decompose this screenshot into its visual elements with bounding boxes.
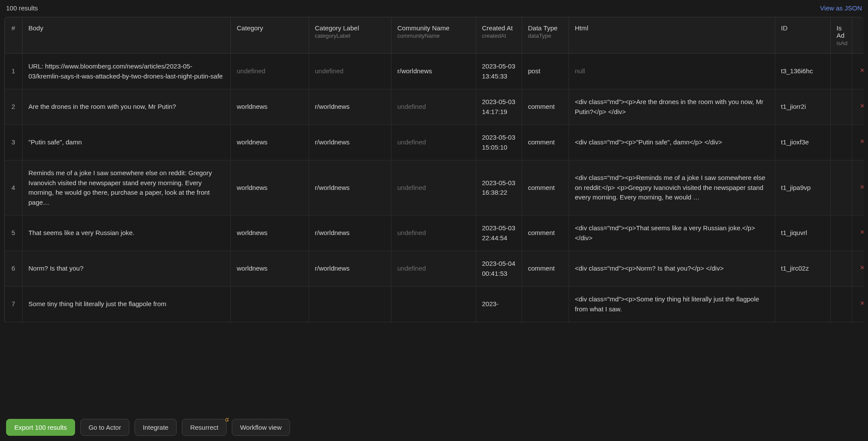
cell-index: 6 <box>5 251 22 287</box>
cell-category: worldnews <box>230 160 309 216</box>
cell-category-label: r/worldnews <box>309 89 391 125</box>
col-header-category[interactable]: Category <box>230 17 309 54</box>
cell-created: 2023-05-03 13:45:33 <box>476 54 522 89</box>
cell-body: URL: https://www.bloomberg.com/news/arti… <box>22 54 230 89</box>
workflow-view-button[interactable]: Workflow view <box>232 419 290 436</box>
cell-delete <box>852 251 864 287</box>
cell-id: t1_jioxf3e <box>775 125 830 160</box>
table-row[interactable]: 4Reminds me of a joke I saw somewhere el… <box>5 160 864 216</box>
col-header-category-label[interactable]: Category Label categoryLabel <box>309 17 391 54</box>
cell-id: t1_jiorr2i <box>775 89 830 125</box>
cell-created: 2023-05-03 15:05:10 <box>476 125 522 160</box>
cell-community: undefined <box>391 125 476 160</box>
cell-datatype: comment <box>522 251 569 287</box>
cell-category-label: r/worldnews <box>309 216 391 251</box>
cell-body: "Putin safe", damn <box>22 125 230 160</box>
cell-category-label: r/worldnews <box>309 125 391 160</box>
cell-category: undefined <box>230 54 309 89</box>
cell-community: r/worldnews <box>391 54 476 89</box>
cell-category-label: undefined <box>309 54 391 89</box>
cell-html: null <box>569 54 775 89</box>
cell-isad <box>830 89 852 125</box>
cell-id: t1_jipa9vp <box>775 160 830 216</box>
col-header-community-main: Community Name <box>398 24 470 32</box>
cell-category: worldnews <box>230 125 309 160</box>
col-header-created[interactable]: Created At createdAt <box>476 17 522 54</box>
delete-icon[interactable] <box>859 102 864 108</box>
table-row[interactable]: 7Some tiny thing hit literally just the … <box>5 287 864 322</box>
table-row[interactable]: 5That seems like a very Russian joke.wor… <box>5 216 864 251</box>
cell-delete <box>852 287 864 322</box>
cell-isad <box>830 251 852 287</box>
cell-body: That seems like a very Russian joke. <box>22 216 230 251</box>
col-header-community[interactable]: Community Name communityName <box>391 17 476 54</box>
delete-icon[interactable] <box>859 183 864 189</box>
cell-community: undefined <box>391 89 476 125</box>
cell-created: 2023-05-04 00:41:53 <box>476 251 522 287</box>
col-header-html[interactable]: Html <box>569 17 775 54</box>
cell-html: <div class="md"><p>Are the drones in the… <box>569 89 775 125</box>
delete-icon[interactable] <box>859 299 864 305</box>
col-header-created-main: Created At <box>482 24 516 32</box>
bottom-toolbar: Export 100 results Go to Actor Integrate… <box>0 414 868 441</box>
col-header-community-sub: communityName <box>398 33 470 39</box>
cell-body: Reminds me of a joke I saw somewhere els… <box>22 160 230 216</box>
cell-category: worldnews <box>230 89 309 125</box>
delete-icon[interactable] <box>859 228 864 234</box>
delete-icon[interactable] <box>859 66 864 72</box>
cell-body: Some tiny thing hit literally just the f… <box>22 287 230 322</box>
export-button[interactable]: Export 100 results <box>6 419 75 436</box>
col-header-id[interactable]: ID <box>775 17 830 54</box>
cell-datatype <box>522 287 569 322</box>
cell-isad <box>830 54 852 89</box>
cell-created: 2023-05-03 16:38:22 <box>476 160 522 216</box>
table-row[interactable]: 2Are the drones in the room with you now… <box>5 89 864 125</box>
table-row[interactable]: 1URL: https://www.bloomberg.com/news/art… <box>5 54 864 89</box>
integrate-button[interactable]: Integrate <box>135 419 177 436</box>
cell-category: worldnews <box>230 251 309 287</box>
col-header-category-label-main: Category Label <box>315 24 385 32</box>
delete-icon[interactable] <box>859 264 864 270</box>
table-row[interactable]: 6Norm? Is that you?worldnewsr/worldnewsu… <box>5 251 864 287</box>
view-as-json-link[interactable]: View as JSON <box>820 4 862 12</box>
cell-delete <box>852 54 864 89</box>
cell-datatype: comment <box>522 89 569 125</box>
results-table-container: # Body Category Category Label categoryL… <box>4 17 864 322</box>
cell-index: 4 <box>5 160 22 216</box>
cell-html: <div class="md"><p>Norm? Is that you?</p… <box>569 251 775 287</box>
cell-category <box>230 287 309 322</box>
col-header-isad-sub: isAd <box>837 40 846 46</box>
cell-index: 2 <box>5 89 22 125</box>
cell-delete <box>852 216 864 251</box>
cell-created: 2023-05-03 22:44:54 <box>476 216 522 251</box>
cell-category: worldnews <box>230 216 309 251</box>
col-header-datatype[interactable]: Data Type dataType <box>522 17 569 54</box>
cell-isad <box>830 160 852 216</box>
cell-id: t3_136i6hc <box>775 54 830 89</box>
results-count: 100 results <box>6 4 38 12</box>
table-row[interactable]: 3"Putin safe", damnworldnewsr/worldnewsu… <box>5 125 864 160</box>
cell-datatype: comment <box>522 160 569 216</box>
delete-icon[interactable] <box>859 137 864 144</box>
col-header-index[interactable]: # <box>5 17 22 54</box>
cell-community <box>391 287 476 322</box>
col-header-isad[interactable]: Is Ad isAd <box>830 17 852 54</box>
cell-datatype: post <box>522 54 569 89</box>
cell-html: <div class="md"><p>That seems like a ver… <box>569 216 775 251</box>
cell-index: 5 <box>5 216 22 251</box>
cell-category-label: r/worldnews <box>309 160 391 216</box>
col-header-actions <box>852 17 864 54</box>
cell-body: Norm? Is that you? <box>22 251 230 287</box>
col-header-created-sub: createdAt <box>482 33 516 39</box>
col-header-body[interactable]: Body <box>22 17 230 54</box>
cell-category-label <box>309 287 391 322</box>
cell-datatype: comment <box>522 216 569 251</box>
cell-datatype: comment <box>522 125 569 160</box>
cell-id <box>775 287 830 322</box>
cell-index: 1 <box>5 54 22 89</box>
cell-community: undefined <box>391 160 476 216</box>
resurrect-button[interactable]: Resurrect <box>182 419 227 436</box>
cell-community: undefined <box>391 216 476 251</box>
col-header-datatype-main: Data Type <box>528 24 562 32</box>
go-to-actor-button[interactable]: Go to Actor <box>80 419 129 436</box>
